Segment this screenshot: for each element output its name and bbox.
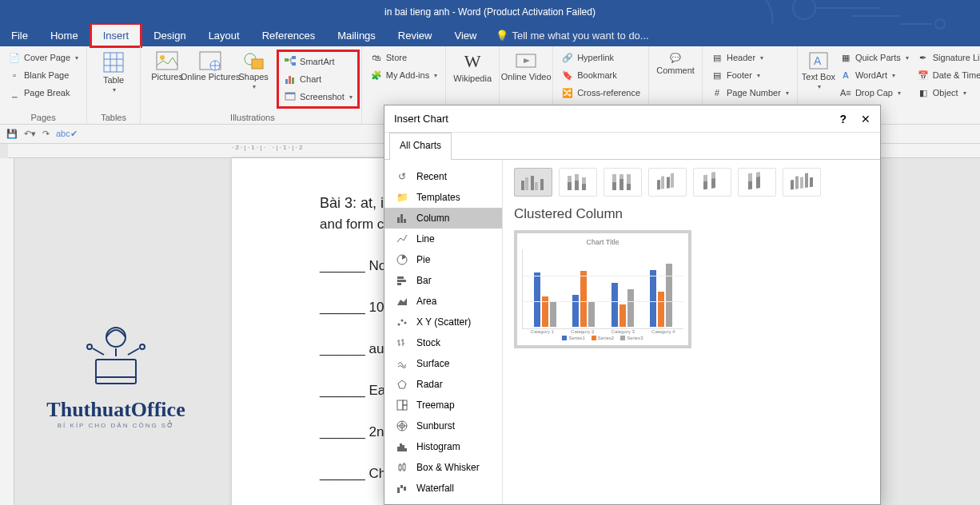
subtype-clustered[interactable] [514, 168, 552, 197]
subtype-3d-column[interactable] [783, 168, 821, 197]
datetime-button[interactable]: 📅Date & Time [914, 67, 980, 83]
svg-rect-62 [575, 181, 579, 190]
wikipedia-button[interactable]: WWikipedia [451, 50, 494, 85]
subtype-100stacked[interactable] [604, 168, 642, 197]
blank-page-icon: ▫ [8, 69, 21, 82]
svg-rect-47 [399, 465, 401, 470]
watermark-logo: ThuthuatOffice BÍ KÍP CHO DÂN CÔNG SỞ [32, 320, 200, 429]
ruler-vertical[interactable] [0, 158, 14, 505]
subtype-3d-100stacked[interactable] [738, 168, 776, 197]
undo-icon[interactable]: ↶▾ [24, 129, 36, 139]
my-addins-button[interactable]: 🧩My Add-ins▾ [367, 67, 440, 83]
close-icon[interactable]: ✕ [861, 113, 870, 125]
subtype-stacked[interactable] [559, 168, 597, 197]
svg-rect-2 [104, 53, 123, 72]
pie-icon [396, 253, 408, 266]
spell-icon[interactable]: abc✔ [56, 129, 78, 139]
type-pie[interactable]: Pie [384, 249, 502, 270]
type-combo[interactable]: Combo [384, 499, 502, 504]
save-icon[interactable]: 💾 [6, 129, 18, 139]
type-area[interactable]: Area [384, 291, 502, 312]
online-pictures-icon [197, 51, 223, 70]
subtype-row [514, 168, 869, 197]
help-icon[interactable]: ? [839, 113, 847, 125]
hyperlink-button[interactable]: 🔗Hyperlink [558, 50, 643, 66]
tab-view[interactable]: View [443, 24, 488, 46]
type-bar[interactable]: Bar [384, 270, 502, 291]
svg-rect-12 [252, 59, 263, 69]
chart-preview[interactable]: Chart Title Category 1 Category 2 Catego… [514, 230, 691, 348]
tab-all-charts[interactable]: All Charts [389, 133, 452, 160]
subtype-3d-clustered[interactable] [648, 168, 687, 197]
window-title: in bai tieng anh - Word (Product Activat… [384, 6, 596, 18]
tab-layout[interactable]: Layout [197, 24, 251, 46]
type-templates[interactable]: 📁Templates [384, 187, 502, 208]
histogram-icon [396, 440, 408, 453]
group-illustrations: Pictures Online Pictures Shapes▾ SmartAr… [141, 46, 362, 124]
signature-button[interactable]: ✒Signature Line▾ [914, 50, 980, 66]
type-stock[interactable]: Stock [384, 332, 502, 353]
type-column[interactable]: Column [384, 208, 502, 229]
table-button[interactable]: Table▾ [92, 50, 135, 95]
type-line[interactable]: Line [384, 229, 502, 249]
object-button[interactable]: ◧Object▾ [914, 85, 980, 101]
radar-icon [396, 378, 408, 391]
tab-references[interactable]: References [251, 24, 326, 46]
wikipedia-icon: W [460, 51, 485, 72]
tab-file[interactable]: File [0, 24, 39, 46]
chart-type-list: ↺Recent 📁Templates Column Line Pie Bar A… [384, 160, 503, 504]
dropcap-button[interactable]: A≡Drop Cap▾ [836, 85, 912, 101]
online-pictures-button[interactable]: Online Pictures [190, 50, 230, 83]
area-icon [396, 295, 408, 308]
smartart-icon [284, 55, 297, 68]
online-video-button[interactable]: Online Video [504, 50, 548, 83]
chart-button[interactable]: Chart [281, 71, 356, 87]
subtype-3d-stacked[interactable] [693, 168, 731, 197]
svg-point-27 [140, 344, 145, 349]
pagenum-button[interactable]: #Page Number▾ [707, 85, 792, 101]
page-break-button[interactable]: ⎯Page Break [5, 85, 82, 101]
tab-review[interactable]: Review [387, 24, 444, 46]
svg-rect-84 [795, 176, 799, 189]
tab-design[interactable]: Design [142, 24, 197, 46]
type-scatter[interactable]: X Y (Scatter) [384, 312, 502, 332]
video-icon [513, 51, 539, 70]
type-radar[interactable]: Radar [384, 374, 502, 395]
type-waterfall[interactable]: Waterfall [384, 478, 502, 499]
dialog-titlebar[interactable]: Insert Chart ? ✕ [384, 105, 880, 133]
bookmark-button[interactable]: 🔖Bookmark [558, 67, 643, 83]
comment-button[interactable]: 💬Comment [654, 50, 697, 77]
dialog-title: Insert Chart [394, 113, 448, 125]
tell-me[interactable]: 💡Tell me what you want to do... [488, 24, 656, 46]
cover-page-button[interactable]: 📄Cover Page▾ [5, 50, 82, 66]
type-surface[interactable]: Surface [384, 353, 502, 374]
preview-chart [522, 249, 683, 329]
type-treemap[interactable]: Treemap [384, 395, 502, 416]
type-recent[interactable]: ↺Recent [384, 166, 502, 187]
textbox-button[interactable]: AText Box▾ [803, 50, 835, 92]
quick-parts-button[interactable]: ▦Quick Parts▾ [836, 50, 912, 66]
svg-rect-39 [403, 400, 407, 405]
store-button[interactable]: 🛍Store [367, 50, 440, 66]
tab-insert[interactable]: Insert [90, 22, 143, 48]
type-sunburst[interactable]: Sunburst [384, 416, 502, 436]
svg-rect-33 [397, 280, 406, 282]
wordart-button[interactable]: AWordArt▾ [836, 67, 912, 83]
svg-rect-76 [703, 181, 707, 189]
blank-page-button[interactable]: ▫Blank Page [5, 67, 82, 83]
cross-ref-button[interactable]: 🔀Cross-reference [558, 85, 643, 101]
svg-rect-13 [285, 58, 289, 62]
footer-button[interactable]: ▤Footer▾ [707, 67, 792, 83]
tab-home[interactable]: Home [39, 24, 90, 46]
svg-point-0 [793, 0, 815, 19]
shapes-button[interactable]: Shapes▾ [232, 50, 275, 92]
tab-mailings[interactable]: Mailings [326, 24, 387, 46]
screenshot-button[interactable]: Screenshot▾ [281, 89, 356, 105]
header-button[interactable]: ▤Header▾ [707, 50, 792, 66]
type-histogram[interactable]: Histogram [384, 436, 502, 457]
svg-rect-50 [400, 485, 403, 488]
redo-icon[interactable]: ↷ [42, 129, 50, 139]
type-boxwhisker[interactable]: Box & Whisker [384, 457, 502, 478]
smartart-button[interactable]: SmartArt [281, 54, 356, 70]
svg-rect-80 [748, 181, 752, 189]
